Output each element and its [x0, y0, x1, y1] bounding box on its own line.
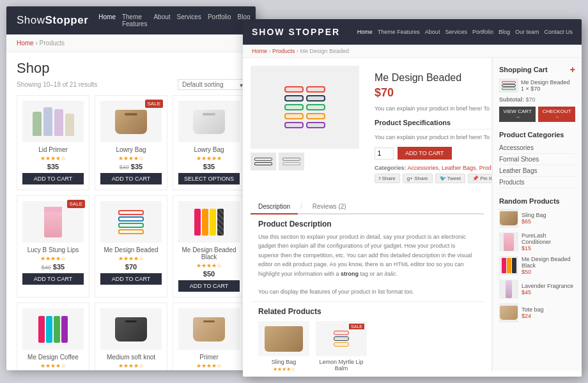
cat-accessories[interactable]: Accessories	[499, 142, 575, 154]
product-detail-price: $70	[375, 86, 492, 100]
shop-window: ShowStopper Home Theme Features About Se…	[6, 6, 256, 370]
add-to-cart-4[interactable]: ADD TO CART	[22, 273, 84, 285]
facebook-share[interactable]: f Share	[375, 174, 400, 183]
tab-description[interactable]: Description	[251, 200, 298, 214]
results-info: Showing 10–18 of 21 results Default sort…	[17, 79, 245, 90]
qty-cart-row: ADD TO CART	[375, 147, 492, 160]
product-price-5: $70	[100, 263, 162, 271]
pinterest-pin[interactable]: 📌 Pin It	[468, 174, 492, 183]
product-short-desc: You can explain your product in brief he…	[375, 105, 492, 114]
cart-item-info: Me Design Beaded 1 × $70	[521, 79, 570, 92]
google-share[interactable]: g+ Share	[403, 174, 433, 183]
cart-item-row: Me Design Beaded 1 × $70	[499, 79, 575, 93]
random-item-1: Sling Bag $65	[499, 209, 575, 228]
product-image-8	[100, 308, 162, 350]
sidebar-categories-section: Product Categories Accessories Formal Sh…	[499, 131, 575, 188]
product-name-5: Me Design Beaded	[100, 246, 162, 253]
related-card-2: SALE Lemon Myrtle Lip Balm ★★★★★ $55	[316, 321, 367, 371]
sale-badge-4: SALE	[67, 200, 85, 208]
sort-select[interactable]: Default sorting Sort by popularity Sort …	[178, 79, 245, 90]
product-detail-title: Me Design Beaded	[375, 72, 492, 84]
shop-navbar: ShowStopper Home Theme Features About Se…	[6, 6, 256, 34]
cat-formal-shoes[interactable]: Formal Shoes	[499, 154, 575, 165]
tab-reviews[interactable]: Reviews (2)	[305, 200, 354, 214]
main-product-image	[251, 66, 359, 149]
product-grid: Lid Primer ★★★★☆ $35 ADD TO CART SALE Lo…	[17, 95, 245, 370]
add-to-cart-2[interactable]: ADD TO CART	[100, 173, 162, 184]
product-card-7: Me Design Coffee ★★★★☆ $35	[17, 303, 89, 370]
random-image-2	[499, 232, 518, 252]
cat-leather-bags[interactable]: Leather Bags	[499, 165, 575, 177]
quantity-input[interactable]	[375, 147, 394, 160]
detail-nav-blog[interactable]: Blog	[499, 29, 510, 35]
random-info-2: PureLash Conditioner $15	[522, 232, 575, 252]
description-content: Product Description Use this section to …	[251, 220, 484, 301]
product-images-section	[251, 66, 359, 187]
nav-about[interactable]: About	[153, 13, 170, 27]
detail-logo: SHOW STOPPER	[252, 27, 340, 37]
nav-services[interactable]: Services	[177, 13, 201, 27]
related-card-1: Sling Bag ★★★★☆ $65	[258, 321, 309, 371]
product-price-3: $35	[178, 163, 240, 170]
related-products-section: Related Products Sling Bag ★★★★☆ $65 SAL…	[251, 301, 484, 371]
nav-home[interactable]: Home	[98, 13, 116, 27]
product-stars-9: ★★★★☆	[178, 363, 240, 369]
random-info-1: Sling Bag $65	[522, 212, 546, 225]
product-card-4: SALE Lucy B Stung Lips ★★★★☆ $40 $35 ADD…	[17, 195, 89, 297]
desc-body: Use this section to explain your product…	[258, 232, 476, 278]
product-info-section: Me Design Beaded $70 You can explain you…	[367, 66, 492, 193]
twitter-share[interactable]: 🐦 Tweet	[435, 174, 465, 183]
product-stars-1: ★★★★☆	[22, 155, 84, 161]
detail-nav-about[interactable]: About	[425, 29, 440, 35]
product-card-1: Lid Primer ★★★★☆ $35 ADD TO CART	[17, 95, 89, 190]
detail-breadcrumb: Home › Products › Me Design Beaded	[243, 45, 582, 58]
desc-body-2: You can display the features of your pro…	[258, 287, 476, 296]
product-card-6: Me Design Beaded Black ★★★★☆ $50 ADD TO …	[173, 195, 245, 297]
random-item-4: Lavender Fragrance $45	[499, 280, 575, 299]
sidebar-random-section: Random Products Sling Bag $65	[499, 197, 575, 322]
detail-nav-home[interactable]: Home	[357, 29, 373, 35]
detail-nav-features[interactable]: Theme Features	[378, 29, 420, 35]
detail-nav-our-team[interactable]: Our team	[515, 29, 539, 35]
random-info-3: Me Design Beaded Black $50	[522, 256, 575, 275]
product-card-9: Primer ★★★★☆ $35	[173, 303, 245, 370]
add-to-cart-main[interactable]: ADD TO CART	[398, 147, 452, 160]
product-card-8: Medium soft knot ★★★★☆ $35	[95, 303, 167, 370]
random-image-4	[499, 280, 518, 299]
product-name-3: Lowry Bag	[178, 146, 240, 153]
product-name-2: Lowry Bag	[100, 146, 162, 153]
shop-page-title: Shop	[17, 60, 245, 77]
view-cart-button[interactable]: VIEW CART →	[499, 107, 536, 122]
cart-subtotal: Subtotal: $70	[499, 96, 575, 103]
random-image-1	[499, 209, 518, 228]
checkout-button[interactable]: CHECKOUT →	[538, 107, 575, 122]
select-options-3[interactable]: SELECT OPTIONS	[178, 173, 240, 184]
categories-list: Accessories Formal Shoes Leather Bags Pr…	[499, 142, 575, 188]
product-price-1: $35	[22, 163, 84, 170]
detail-nav-portfolio[interactable]: Portfolio	[472, 29, 493, 35]
nav-portfolio[interactable]: Portfolio	[208, 13, 231, 27]
detail-nav-links: Home Theme Features About Services Portf…	[357, 29, 573, 35]
product-card-2: SALE Lowry Bag ★★★★☆ $40 $35 ADD TO CART	[95, 95, 167, 190]
thumbnail-2[interactable]	[279, 153, 304, 170]
add-to-cart-5[interactable]: ADD TO CART	[100, 273, 162, 285]
related-title: Related Products	[258, 307, 476, 316]
cat-products[interactable]: Products	[499, 177, 575, 188]
description-tabs: Description / Reviews (2)	[251, 200, 484, 214]
cart-action-buttons: VIEW CART → CHECKOUT →	[499, 107, 575, 122]
add-to-cart-1[interactable]: ADD TO CART	[22, 173, 84, 184]
related-products-grid: Sling Bag ★★★★☆ $65 SALE	[258, 321, 476, 371]
detail-layout: Me Design Beaded $70 You can explain you…	[243, 58, 582, 371]
product-price-4: $40 $35	[22, 263, 84, 271]
product-stars-4: ★★★★☆	[22, 255, 84, 262]
product-card-3: Lowry Bag ★★★★★ $35 SELECT OPTIONS	[173, 95, 245, 190]
add-to-cart-6[interactable]: ADD TO CART	[178, 280, 240, 292]
product-stars-2: ★★★★☆	[100, 155, 162, 161]
detail-nav-services[interactable]: Services	[445, 29, 467, 35]
product-stars-5: ★★★★☆	[100, 255, 162, 262]
sidebar-random-title: Random Products	[499, 197, 575, 205]
nav-theme-features[interactable]: Theme Features	[122, 13, 147, 27]
detail-nav-contact[interactable]: Contact Us	[544, 29, 573, 35]
thumbnail-1[interactable]	[251, 153, 276, 170]
product-image-5	[100, 201, 162, 243]
